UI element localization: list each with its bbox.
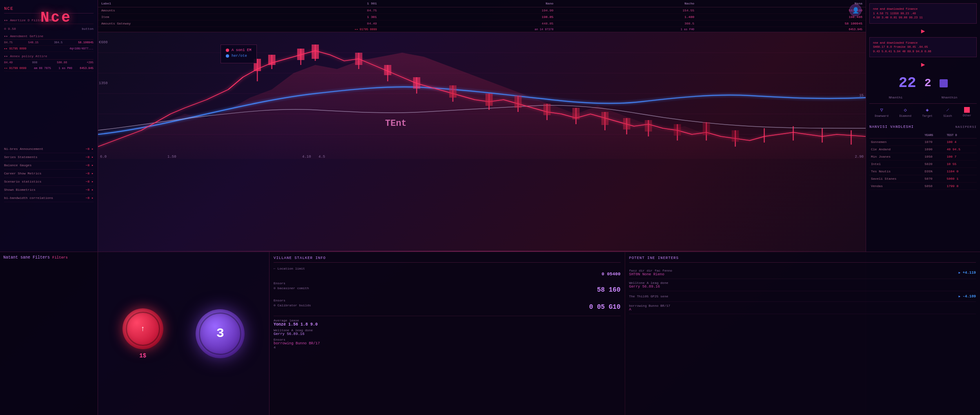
panel2-row-4: borrowing Bunno BR/17 A: [629, 302, 976, 314]
filter-item-5[interactable]: Other: [963, 107, 971, 118]
chart-svg-wrapper: €600 1350 15 A son1 EM her/ote TEnt 1.50…: [98, 32, 866, 161]
svg-rect-39: [601, 112, 609, 125]
th-col3: Nacho: [557, 0, 697, 7]
sidebar-row1[interactable]: 84.75 540.15 384.5 58.100945: [4, 40, 94, 46]
right-data-block-1: nne and downloaded finance 1 4.58 71 115…: [869, 3, 977, 24]
chart-area: Label 1 901 Nano Nacho Nana Amounts 84.7…: [98, 0, 866, 170]
purple-dial[interactable]: 3: [196, 309, 245, 358]
sidebar-section2: ▸▸ Amendment Gefline: [4, 34, 94, 40]
legend-blue-label: her/ote: [232, 54, 247, 58]
chart-top-table: Label 1 901 Nano Nacho Nana Amounts 84.7…: [98, 0, 866, 32]
arrow-up-icon: ▸: [958, 270, 961, 276]
big-number-left: 22: [898, 75, 916, 91]
table-row-3[interactable]: Amounts Gateway 84.49 448.85 308.5 58 10…: [98, 20, 866, 27]
right-table-row-2[interactable]: Cle Andand 1090 40 94.5: [869, 146, 977, 153]
bottom-panel-2: Potent Ine Inerters fasz dir dir fac fen…: [625, 252, 980, 415]
bottom-list-item-3[interactable]: Balance Gauges −8 ▸: [4, 161, 94, 170]
right-table-row-1[interactable]: Gonnemen 1070 100 4: [869, 138, 977, 146]
red-dial[interactable]: ↑: [122, 308, 163, 349]
sidebar-row3[interactable]: 84.49 808 500.86 +295: [4, 60, 94, 65]
user-avatar[interactable]: 👤: [849, 4, 862, 16]
right-th-years: Years: [923, 132, 945, 138]
right-play-btn-2[interactable]: ▶: [869, 60, 977, 69]
panel1-row-3: Ensors ⊙ Calibrator builds 0 05 G10: [274, 299, 621, 311]
panel1-bottom: Average lease Yonze 1.56 1.8 9.0 Wellton…: [274, 316, 621, 349]
bottom-left-panel: Natant sane Filters Filters: [0, 252, 98, 415]
panel-1-title: Villane Stalker Info: [274, 256, 621, 263]
svg-rect-33: [413, 77, 421, 89]
table-row-2[interactable]: Item 1 301 198.85 1.480 198.486: [98, 14, 866, 20]
right-play-btn-1[interactable]: ▶: [869, 27, 977, 35]
bottom-list-item-1[interactable]: Ni-bres Announcement −8 ▸: [4, 145, 94, 153]
svg-rect-41: [645, 120, 652, 132]
filter-item-1[interactable]: ▽ Downward: [875, 107, 889, 118]
filter-row: ▽ Downward ◇ Diamond ◈ Target ⟋ Slash Ot…: [869, 103, 977, 121]
table-row-sub: •• 91795 8099 an 14 97378 1 as FH0 6453.…: [98, 27, 866, 32]
bottom-list-item-6[interactable]: Shown Biometrics −8 ▸: [4, 186, 94, 194]
legend-blue-dot: [226, 54, 229, 58]
right-label-right: Nhanthin: [942, 96, 957, 99]
bottom-left-title: Natant sane Filters Filters: [3, 255, 94, 260]
right-label-left: Nhanthi: [889, 96, 903, 99]
panel2-row-3: The Thil05 GP25 sene ▸ -4.109: [629, 291, 976, 302]
play-icon-1[interactable]: ▶: [921, 27, 925, 35]
bottom-list-item-7[interactable]: bi-bandwidth correlations −8 ▸: [4, 194, 94, 202]
main-chart-svg: [98, 32, 866, 159]
x-label-2: 4.10: [302, 155, 311, 159]
right-table-row-5[interactable]: Tes Noutis D35% 1104 0: [869, 168, 977, 175]
right-table-row-6[interactable]: Saveli Stanes 5070 5060 1: [869, 175, 977, 183]
table-row-1[interactable]: Amounts 84.75 194.90 154.55 562.490: [98, 7, 866, 14]
right-table-row-3[interactable]: Min Joanes 1050 100 7: [869, 153, 977, 161]
right-table-row-7[interactable]: Vendas 5050 1799 8: [869, 183, 977, 190]
y-label-2: 1350: [99, 81, 108, 85]
bottom-section: Natant sane Filters Filters ↑ 1$ 3 Villa…: [0, 252, 980, 415]
bottom-list-item-2[interactable]: Series Statements −8 ▸: [4, 153, 94, 161]
bottom-list-item-5[interactable]: Scenario statistics −8 ▸: [4, 178, 94, 186]
th-col4: Nana: [697, 0, 866, 7]
filter-label-4: Slash: [943, 114, 952, 118]
x-label-6: 6.0: [100, 155, 107, 159]
bottom-main-panels: Villane Stalker Info ← Location limit 0 …: [270, 252, 980, 415]
svg-rect-35: [486, 94, 493, 106]
sidebar-section3: ▸▸ Annex policy Attire: [4, 54, 94, 60]
right-labels: Nhanthi Nhanthin: [869, 96, 977, 99]
x-label-4: 2.90: [855, 155, 864, 159]
sidebar-sub-filter: ⊙ 9.50 button: [4, 26, 94, 32]
panel1-row-2: Ensors ⊙ bacasiner comith 58 160: [274, 281, 621, 294]
svg-rect-44: [732, 130, 739, 142]
bottom-sidebar-items: Ni-bres Announcement −8 ▸ Series Stateme…: [4, 145, 94, 202]
right-numbers: 22 2: [869, 71, 977, 96]
svg-rect-30: [312, 45, 319, 59]
th-col1: 1 901: [180, 0, 380, 7]
filter-item-2[interactable]: ◇ Diamond: [899, 107, 911, 118]
filter-item-4[interactable]: ⟋ Slash: [943, 107, 952, 118]
panel2-row-1: fasz dir dir fac fenno SHT0N None Rieno …: [629, 267, 976, 279]
arrow-down-icon: ▸: [958, 293, 961, 299]
bottom-dials: ↑ 1$ 3: [98, 252, 270, 415]
sidebar-row2: ▸▸ 91795 8099 4q=108/4977...: [4, 46, 94, 52]
y-label-price: 15: [859, 94, 864, 98]
app-title: Nce: [40, 9, 72, 26]
x-label-1: 1.50: [167, 155, 176, 159]
svg-rect-43: [703, 122, 710, 135]
svg-rect-32: [384, 65, 392, 75]
right-th-label: [869, 132, 923, 138]
filter-label-3: Target: [922, 114, 932, 118]
filter-icon-5: [964, 107, 970, 113]
svg-rect-42: [674, 124, 681, 136]
purple-square[interactable]: [940, 79, 948, 87]
svg-rect-29: [297, 49, 305, 60]
svg-rect-38: [572, 108, 580, 119]
th-col2: Nano: [380, 0, 557, 7]
right-table-row-4[interactable]: Intel 5020 10 55: [869, 161, 977, 168]
right-data-block-2: nne and downloaded finance SH60.17 0.0 f…: [869, 37, 977, 58]
filter-item-3[interactable]: ◈ Target: [922, 107, 932, 118]
red-dial-container: ↑ 1$: [122, 308, 163, 359]
bottom-panel-1: Villane Stalker Info ← Location limit 0 …: [270, 252, 625, 415]
right-data-table: Years test d Gonnemen 1070 100 4 Cle And…: [869, 132, 977, 190]
bottom-list-item-4[interactable]: Career Show Metrics −8 ▸: [4, 170, 94, 178]
filter-label-1: Downward: [875, 114, 889, 118]
filter-icon-btn[interactable]: Filters: [52, 256, 68, 260]
play-icon-2[interactable]: ▶: [921, 60, 925, 69]
svg-rect-40: [623, 118, 630, 129]
